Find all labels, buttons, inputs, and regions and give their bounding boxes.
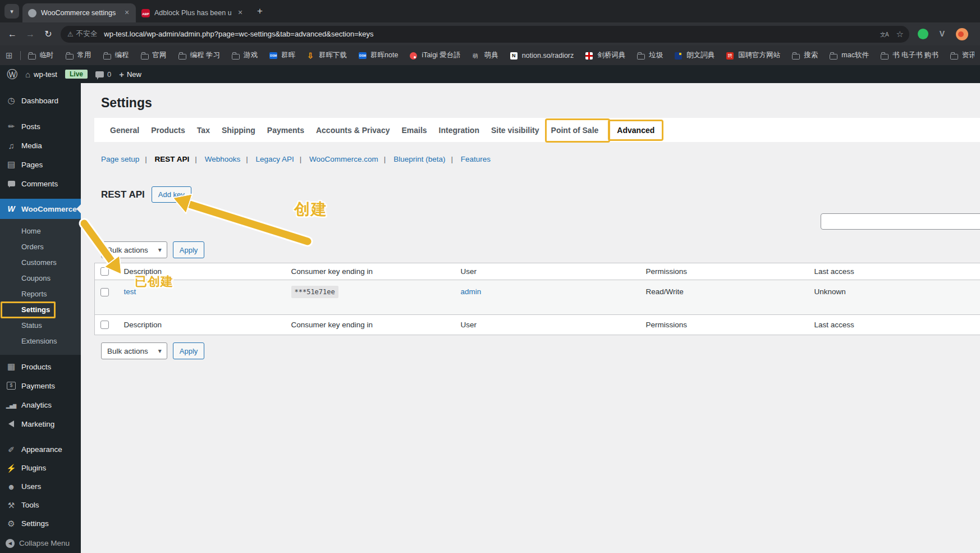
admin-bar-site-name[interactable]: wp-test	[25, 70, 57, 79]
tab-search-icon[interactable]	[4, 4, 19, 19]
v-extension-icon[interactable]	[937, 29, 947, 39]
settings-tab[interactable]: Shipping	[222, 126, 255, 135]
bookmark-item[interactable]: 朗文詞典	[675, 51, 715, 60]
sidebar-item[interactable]: Users	[0, 477, 81, 496]
settings-tab[interactable]: General	[110, 126, 139, 135]
submenu-item[interactable]: Orders	[0, 239, 81, 255]
bulk-actions-select-bottom[interactable]: Bulk actions	[101, 342, 167, 359]
bookmark-item[interactable]: 编程 学习	[178, 51, 220, 60]
evernote-extension-icon[interactable]	[918, 29, 928, 39]
bookmark-item[interactable]: 游戏	[232, 51, 258, 60]
apps-grid-icon[interactable]	[6, 51, 13, 61]
settings-tab[interactable]: Tax	[197, 126, 210, 135]
translate-icon[interactable]	[880, 30, 889, 39]
bookmark-star-icon[interactable]	[896, 29, 904, 39]
reload-icon[interactable]	[40, 26, 56, 42]
browser-tab[interactable]: Adblock Plus has been updat	[136, 3, 249, 22]
settings-tab[interactable]: Accounts & Privacy	[316, 126, 390, 135]
search-key-input[interactable]	[821, 213, 980, 230]
subnav-link[interactable]: Page setup	[101, 155, 153, 163]
submenu-item[interactable]: Settings	[0, 302, 81, 318]
browser-tab[interactable]: WooCommerce settings ‹ wp	[22, 3, 136, 22]
bookmark-item[interactable]: 常用	[66, 51, 91, 60]
add-key-button[interactable]: Add key	[152, 186, 191, 203]
settings-tab[interactable]: Emails	[401, 126, 427, 135]
subnav-link[interactable]: Legacy API	[255, 155, 307, 163]
forward-icon[interactable]	[22, 26, 38, 42]
sidebar-item[interactable]: Media	[0, 136, 81, 155]
bookmark-item[interactable]: 群晖note	[359, 51, 398, 60]
sidebar-item[interactable]: Settings	[0, 514, 81, 533]
subnav-link[interactable]: REST API	[155, 155, 203, 163]
bookmark-item[interactable]: 国聘官方网站	[726, 51, 780, 60]
sidebar-item[interactable]: Posts	[0, 117, 81, 136]
sidebar-item-woocommerce[interactable]: WooCommerce	[0, 199, 81, 219]
bookmark-item[interactable]: 搜索	[792, 51, 818, 60]
settings-tab[interactable]: Payments	[267, 126, 304, 135]
admin-bar-comments[interactable]: 0	[95, 70, 111, 79]
key-user-link[interactable]: admin	[461, 287, 482, 296]
not-secure-warning-icon[interactable]	[67, 30, 74, 38]
settings-tab[interactable]: Products	[151, 126, 185, 135]
settings-tab[interactable]: Point of Sale	[551, 126, 599, 135]
settings-tab[interactable]: Site visibility	[491, 126, 539, 135]
bookmark-item[interactable]: 书 电子书 购书	[881, 51, 938, 60]
submenu-item[interactable]: Extensions	[0, 333, 81, 349]
settings-tab[interactable]: Integration	[439, 126, 479, 135]
sidebar-item[interactable]: Comments	[0, 174, 81, 193]
site-name-label: wp-test	[34, 70, 57, 79]
subnav-link[interactable]: Blueprint (beta)	[393, 155, 459, 163]
sidebar-item[interactable]: Payments	[0, 376, 81, 395]
bookmark-item[interactable]: 临时	[28, 51, 54, 60]
profile-avatar[interactable]	[956, 28, 968, 40]
bookmark-item[interactable]: 群晖	[269, 51, 295, 60]
tab-close-icon[interactable]	[236, 8, 245, 17]
bookmark-item[interactable]: 垃圾	[637, 51, 663, 60]
settings-tab[interactable]: Advanced	[608, 120, 663, 141]
bulk-actions-select[interactable]: Bulk actions	[101, 241, 167, 258]
apply-button[interactable]: Apply	[173, 241, 205, 258]
row-checkbox[interactable]	[100, 288, 109, 296]
sidebar-item[interactable]: Dashboard	[0, 91, 81, 110]
sidebar-item[interactable]: Appearance	[0, 440, 81, 459]
back-icon[interactable]	[4, 26, 20, 42]
sidebar-item[interactable]: Tools	[0, 496, 81, 514]
url-text[interactable]: wp-test.local/wp-admin/admin.php?page=wc…	[104, 30, 872, 38]
sidebar-item[interactable]: Plugins	[0, 459, 81, 477]
subnav-link[interactable]: WooCommerce.com	[309, 155, 391, 163]
collapse-menu-button[interactable]: Collapse Menu	[0, 534, 81, 552]
security-label[interactable]: 不安全	[76, 29, 98, 39]
bookmark-item[interactable]: 剑桥词典	[585, 51, 625, 60]
bookmark-item[interactable]: 资讯 设计	[950, 51, 974, 60]
new-tab-button[interactable]	[253, 4, 267, 19]
tab-close-icon[interactable]	[122, 8, 131, 17]
sidebar-item[interactable]: Analytics	[0, 395, 81, 414]
submenu-item[interactable]: Coupons	[0, 271, 81, 286]
key-description-link[interactable]: test	[124, 287, 136, 296]
sidebar-item[interactable]: Marketing	[0, 414, 81, 433]
subnav-link[interactable]: Webhooks	[205, 155, 254, 163]
sidebar-item[interactable]: Pages	[0, 155, 81, 174]
bookmark-item[interactable]: 群晖下载	[307, 51, 347, 60]
wordpress-logo-icon[interactable]	[7, 69, 17, 80]
bookmark-item[interactable]: 官网	[141, 51, 167, 60]
bookmark-item[interactable]: 萌典	[473, 51, 498, 60]
submenu-item[interactable]: Status	[0, 318, 81, 333]
bookmark-item[interactable]: iTaigi 愛台語	[410, 51, 460, 60]
sidebar-item[interactable]: Products	[0, 357, 81, 376]
bookmark-item[interactable]: 编程	[103, 51, 129, 60]
submenu-item[interactable]: Home	[0, 223, 81, 239]
bookmark-label: mac软件	[841, 51, 869, 60]
admin-bar-new[interactable]: New	[119, 70, 141, 79]
submenu-item[interactable]: Customers	[0, 255, 81, 271]
select-all-checkbox-bottom[interactable]	[100, 321, 109, 329]
woocommerce-icon	[6, 204, 17, 213]
bookmark-item[interactable]: notion.so/radiorz	[510, 52, 574, 60]
select-all-checkbox[interactable]	[100, 267, 109, 276]
bookmark-item[interactable]: mac软件	[830, 51, 869, 60]
submenu-item[interactable]: Reports	[0, 286, 81, 302]
subnav-link[interactable]: Features	[461, 155, 491, 163]
apply-button-bottom[interactable]: Apply	[173, 342, 205, 359]
address-bar[interactable]: 不安全 wp-test.local/wp-admin/admin.php?pag…	[61, 26, 909, 43]
bookmark-icon	[830, 52, 837, 60]
